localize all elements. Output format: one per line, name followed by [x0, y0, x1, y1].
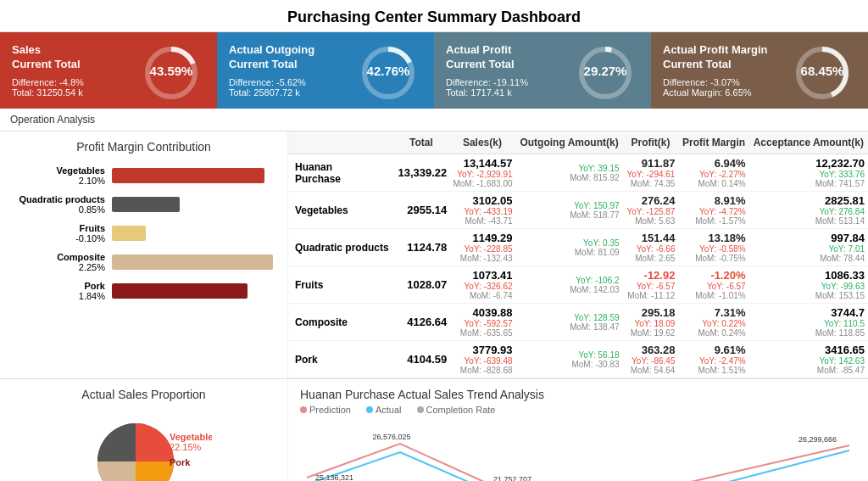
- tab-bar: Operation Analysis: [0, 109, 868, 131]
- tab-operation-analysis[interactable]: Operation Analysis: [10, 114, 95, 126]
- table-cell-total: 4126.64: [394, 304, 449, 341]
- table-header: Total: [394, 131, 449, 154]
- table-cell-category: Fruits: [288, 266, 394, 304]
- table-cell-sales: 13,144.57 YoY: -2,929.91 MoM: -1,683.00: [448, 154, 515, 192]
- table-cell-category: Vegetables: [288, 192, 394, 229]
- svg-text:26,576,025: 26,576,025: [372, 433, 410, 441]
- bar-pct: 2.10%: [79, 176, 105, 186]
- table-cell-category: Composite: [288, 304, 394, 341]
- bar-name: Pork: [85, 281, 105, 291]
- table-cell-accept: 2825.81 YoY: 276.84 MoM: 513.14: [749, 192, 868, 229]
- bar-track: [112, 197, 180, 212]
- bar-track: [112, 254, 273, 270]
- table-cell-outgoing: YoY: 0.35 MoM: 81.09: [516, 229, 623, 266]
- table-row: Pork4104.59 3779.93 YoY: -639.48 MoM: -8…: [288, 341, 868, 378]
- kpi-diff-profit: Difference: -19.11%: [446, 77, 571, 87]
- table-row: Composite4126.64 4039.88 YoY: -592.57 Mo…: [288, 304, 868, 341]
- bar-pct: 1.84%: [79, 291, 105, 301]
- kpi-title-sales: SalesCurrent Total: [12, 43, 137, 72]
- kpi-gauge-profit: 29.27%: [571, 41, 639, 100]
- legend-dot: [300, 406, 307, 413]
- kpi-value-profit_margin: 68.45%: [801, 64, 844, 78]
- table-cell-outgoing: YoY: 56.18 MoM: -30.83: [516, 341, 623, 378]
- kpi-gauge-profit_margin: 68.45%: [788, 41, 856, 100]
- kpi-title-profit: Actual ProfitCurrent Total: [446, 43, 571, 72]
- kpi-value-profit: 29.27%: [584, 64, 627, 78]
- table-cell-category: Quadratic products: [288, 229, 394, 266]
- table-cell-outgoing: YoY: 39.15 MoM: 815.92: [516, 154, 623, 192]
- trend-svg: 26,576,025 25,136,321 21,752,707 21,953,…: [300, 418, 856, 481]
- bar-item: Pork 1.84%: [12, 281, 275, 301]
- bar-name: Fruits: [79, 223, 105, 233]
- svg-text:26,299,666: 26,299,666: [798, 435, 837, 444]
- table-cell-total: 1124.78: [394, 229, 449, 266]
- bar-item: Fruits -0.10%: [12, 223, 275, 243]
- table-cell-accept: 3416.65 YoY: 142.63 MoM: -85.47: [749, 341, 868, 378]
- kpi-title-profit_margin: Actual Profit MarginCurrent Total: [663, 43, 788, 72]
- bar-item: Quadratic products 0.85%: [12, 194, 275, 215]
- table-cell-outgoing: YoY: 150.97 MoM: 518.77: [516, 192, 623, 229]
- kpi-total-sales: Total: 31250.54 k: [12, 87, 137, 98]
- table-row: HuananPurchase13,339.22 13,144.57 YoY: -…: [288, 154, 868, 192]
- kpi-total-profit_margin: Actual Margin: 6.65%: [663, 87, 788, 98]
- table-cell-profit: -12.92 YoY: -6.57 MoM: -11.12: [623, 266, 679, 304]
- trend-legend-item: Completion Rate: [417, 405, 496, 415]
- table-cell-sales: 3779.93 YoY: -639.48 MoM: -828.68: [448, 341, 515, 378]
- table-row: Fruits1028.07 1073.41 YoY: -326.62 MoM: …: [288, 266, 868, 304]
- table-cell-outgoing: YoY: -106.2 MoM: 142.03: [516, 266, 623, 304]
- table-cell-outgoing: YoY: 128.59 MoM: 138.47: [516, 304, 623, 341]
- kpi-card-outgoing: Actual OutgoingCurrent Total Difference:…: [217, 32, 434, 109]
- table-cell-profit: 911.87 YoY: -294.61 MoM: 74.35: [623, 154, 679, 192]
- kpi-card-profit_margin: Actual Profit MarginCurrent Total Differ…: [651, 32, 868, 109]
- right-panel: TotalSales(k)Outgoing Amount(k)Profit(k)…: [288, 131, 868, 378]
- table-header: Outgoing Amount(k): [516, 131, 623, 154]
- kpi-total-outgoing: Total: 25807.72 k: [229, 87, 354, 98]
- table-cell-accept: 3744.7 YoY: 110.5 MoM: 118.85: [749, 304, 868, 341]
- kpi-total-profit: Total: 1717.41 k: [446, 87, 571, 98]
- table-cell-total: 4104.59: [394, 341, 449, 378]
- bar-label: Pork 1.84%: [12, 281, 105, 301]
- legend-dot: [417, 406, 424, 413]
- sales-proportion-title: Actual Sales Proportion: [12, 388, 275, 401]
- table-cell-accept: 1086.33 YoY: -99.63 MoM: 153.15: [749, 266, 868, 304]
- table-cell-margin: 7.31% YoY: 0.22% MoM: 0.24%: [678, 304, 748, 341]
- bar-pct: 2.25%: [79, 262, 105, 272]
- left-panel: Profit Margin Contribution Vegetables 2.…: [0, 131, 288, 378]
- kpi-diff-sales: Difference: -4.8%: [12, 77, 137, 87]
- table-cell-total: 2955.14: [394, 192, 449, 229]
- table-cell-sales: 4039.88 YoY: -592.57 MoM: -635.65: [448, 304, 515, 341]
- bar-pct: -0.10%: [75, 233, 105, 243]
- table-cell-profit: 276.24 YoY: -125.87 MoM: 5.63: [623, 192, 679, 229]
- bar-label: Composite 2.25%: [12, 252, 105, 272]
- bar-label: Fruits -0.10%: [12, 223, 105, 243]
- svg-text:Vegetables: Vegetables: [170, 432, 212, 442]
- kpi-card-profit: Actual ProfitCurrent Total Difference: -…: [434, 32, 651, 109]
- table-cell-category: Pork: [288, 341, 394, 378]
- bar-item: Composite 2.25%: [12, 252, 275, 272]
- bar-label: Vegetables 2.10%: [12, 165, 105, 186]
- table-cell-profit: 295.18 YoY: 18.09 MoM: 19.62: [623, 304, 679, 341]
- kpi-gauge-sales: 43.59%: [137, 41, 205, 100]
- bar-name: Quadratic products: [19, 194, 105, 204]
- table-cell-sales: 1073.41 YoY: -326.62 MoM: -6.74: [448, 266, 515, 304]
- kpi-value-sales: 43.59%: [150, 64, 193, 78]
- pie-area: Vegetables 22.15% Pork: [12, 406, 275, 481]
- trend-chart-title: Huanan Purchase Actual Sales Trend Analy…: [300, 388, 856, 401]
- kpi-text-profit: Actual ProfitCurrent Total Difference: -…: [446, 43, 571, 98]
- table-header: Acceptance Amount(k): [749, 131, 868, 154]
- dashboard-title: Purchasing Center Summary Dashboard: [0, 0, 868, 32]
- table-cell-margin: 9.61% YoY: -2.47% MoM: 1.51%: [678, 341, 748, 378]
- bars-container: Vegetables 2.10% Quadratic products 0.85…: [12, 165, 275, 301]
- table-cell-sales: 3102.05 YoY: -433.19 MoM: -43.71: [448, 192, 515, 229]
- svg-text:25,136,321: 25,136,321: [315, 473, 353, 481]
- legend-dot: [366, 406, 373, 413]
- trend-legend-item: Actual: [366, 405, 402, 415]
- table-cell-accept: 997.84 YoY: 7.01 MoM: 78.44: [749, 229, 868, 266]
- kpi-text-sales: SalesCurrent Total Difference: -4.8% Tot…: [12, 43, 137, 98]
- trend-chart: 26,576,025 25,136,321 21,752,707 21,953,…: [300, 418, 856, 481]
- kpi-text-profit_margin: Actual Profit MarginCurrent Total Differ…: [663, 43, 788, 98]
- bottom-left: Actual Sales Proportion Vegetables 22.15…: [0, 379, 288, 481]
- kpi-text-outgoing: Actual OutgoingCurrent Total Difference:…: [229, 43, 354, 98]
- bar-track: [112, 283, 248, 299]
- table-cell-margin: 13.18% YoY: -0.58% MoM: -0.75%: [678, 229, 748, 266]
